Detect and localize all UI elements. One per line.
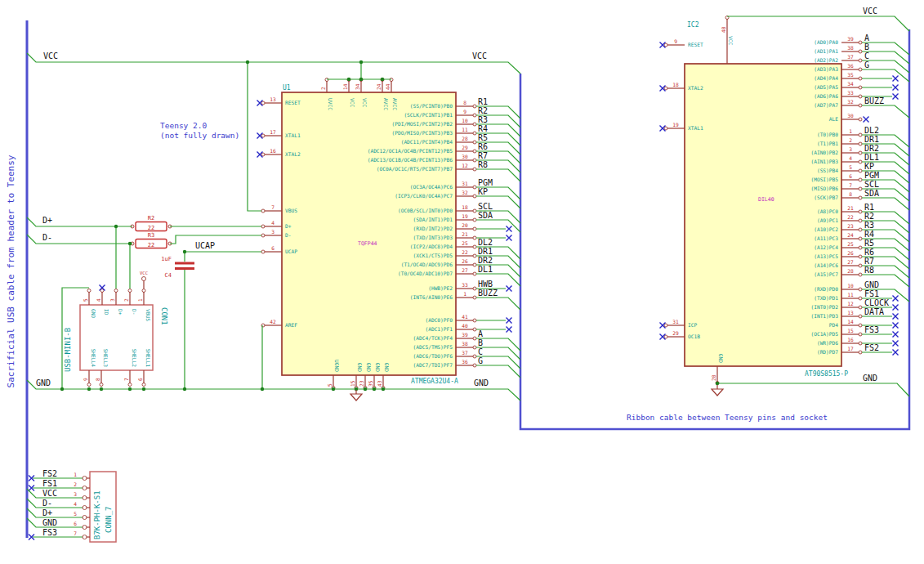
no-connect-x (257, 101, 263, 106)
pin-end (664, 127, 667, 130)
pin-name: (A9)PC1 (817, 217, 838, 223)
net-label: PGM (478, 178, 493, 187)
net-label: B (864, 43, 869, 51)
no-connect-x (507, 327, 512, 333)
pin-end (859, 246, 862, 249)
pin-number: 27 (462, 267, 468, 273)
pin-name: (T1)PB1 (817, 141, 838, 146)
junction-dot (183, 387, 186, 391)
resistor-r3: R3 22 (131, 232, 172, 248)
pin-number: 28 (462, 136, 468, 141)
pin-name: (OC0A/OC1C/RTS/PCINT7)PB7 (377, 166, 453, 172)
pin-name: ICP (688, 322, 697, 328)
pin-name: VBUS (145, 309, 151, 321)
pin-name: (RXD/INT2)PD2 (413, 226, 453, 231)
pin-name: (ADC11/PCINT4)PB4 (401, 139, 453, 145)
pin-number: 18 (672, 82, 679, 87)
pin-name: (MOSI)PB5 (810, 177, 838, 182)
pin-end (859, 151, 862, 154)
pin-number: 39 (462, 332, 468, 338)
pin-name: (PDI/MOSI/PCINT2)PB2 (391, 121, 453, 127)
pin-end (128, 383, 132, 387)
pin-end (473, 141, 476, 144)
pin-name: (RXD)PD0 (814, 286, 838, 292)
pin-name: (TXD/INT3)PD3 (413, 235, 453, 240)
pin-number: 2 (74, 481, 77, 487)
no-connect-x (893, 314, 899, 320)
pin-end (83, 535, 87, 539)
pin-name: VCC (350, 98, 355, 107)
pin-name: XTAL1 (688, 125, 703, 131)
note-teensy-line1: Teensy 2.0 (160, 121, 207, 130)
note-teensy-line2: (not fully drawn) (160, 131, 239, 140)
net-label: R1 (864, 203, 874, 212)
net-label: DR2 (864, 144, 879, 153)
vcc-power-symbol: VCC (140, 271, 148, 289)
pin-number: 44 (385, 83, 391, 90)
pin-end (473, 168, 476, 171)
pin-end (859, 237, 862, 240)
pin-end (473, 195, 476, 198)
wire-to-bus (476, 220, 520, 232)
pin-name: (INT6/AIN0)PE6 (410, 294, 453, 300)
pin-name: (T1/OC4D/ADC9)PD6 (401, 262, 453, 267)
note-ribbon-cable: Ribbon cable between Teensy pins and soc… (627, 413, 828, 422)
pin-end (859, 41, 862, 44)
resistor-ref: R3 (148, 232, 154, 239)
pin-name: XTAL1 (285, 132, 301, 138)
pin-name: (XCK1/CTS)PD5 (413, 253, 453, 258)
pin-name: (SDA/INT1)PD1 (413, 217, 453, 222)
junction-dot (364, 387, 367, 391)
pin-name: (AD7)PA7 (814, 102, 838, 108)
net-label: KP (478, 187, 488, 196)
pin-name: (A13)PC5 (814, 253, 838, 259)
pin-end (83, 526, 87, 530)
pin-name: (A10)PC2 (814, 226, 838, 232)
pin-number: 37 (462, 350, 468, 356)
net-label: B (478, 338, 483, 347)
junction-dot (382, 387, 385, 391)
pin-name: SHELL1 (145, 349, 151, 368)
pin-end (859, 306, 862, 309)
pin-name: (RD)PD7 (817, 349, 838, 355)
net-label: R5 (864, 239, 874, 248)
net-label: GND (42, 518, 57, 527)
net-label: C (478, 347, 483, 356)
net-label: PGM (864, 171, 879, 180)
junction-dot (128, 242, 132, 245)
pin-name: (AIN0)PB2 (810, 150, 838, 155)
pin-number: 9 (674, 38, 677, 44)
pin-name: D- (285, 232, 291, 238)
ic2-part-name: AT90S8515-P (805, 370, 848, 378)
pin-number: 1 (137, 298, 143, 302)
pin-name: D- (132, 309, 137, 315)
wire-to-bus (476, 347, 520, 360)
pin-name: (AD6)PA6 (814, 93, 838, 99)
ic2-footprint: DIL40 (758, 196, 774, 203)
pin-end (473, 346, 476, 349)
no-connect-x (893, 332, 899, 338)
no-connect-x (660, 323, 666, 329)
pin-name: (AD4)PA4 (814, 75, 838, 81)
pin-name: VBUS (285, 208, 297, 213)
net-label: DATA (864, 307, 884, 316)
pin-end (859, 86, 862, 89)
pin-number: 21 (847, 205, 854, 211)
pin-end (859, 342, 862, 345)
pin-name: (AIN1)PB3 (810, 159, 838, 164)
u1-footprint: TQFP44 (358, 240, 377, 247)
schematic-page: Sacrificial USB cable from header to Tee… (0, 0, 924, 564)
junction-dot (87, 387, 91, 391)
pin-number: 16 (270, 148, 276, 154)
pin-end (87, 383, 91, 387)
net-label: FS3 (42, 528, 57, 537)
pin-end (142, 383, 145, 387)
net-label-vcc-right: VCC (472, 51, 487, 60)
net-label: DR1 (864, 135, 879, 144)
pin-end (473, 263, 476, 266)
net-label: HWB (478, 280, 493, 289)
u1-part-name: ATMEGA32U4-A (411, 378, 458, 385)
pin-name: UCAP (285, 248, 297, 254)
pin-end (142, 289, 145, 293)
pin-number: 23 (847, 223, 854, 229)
